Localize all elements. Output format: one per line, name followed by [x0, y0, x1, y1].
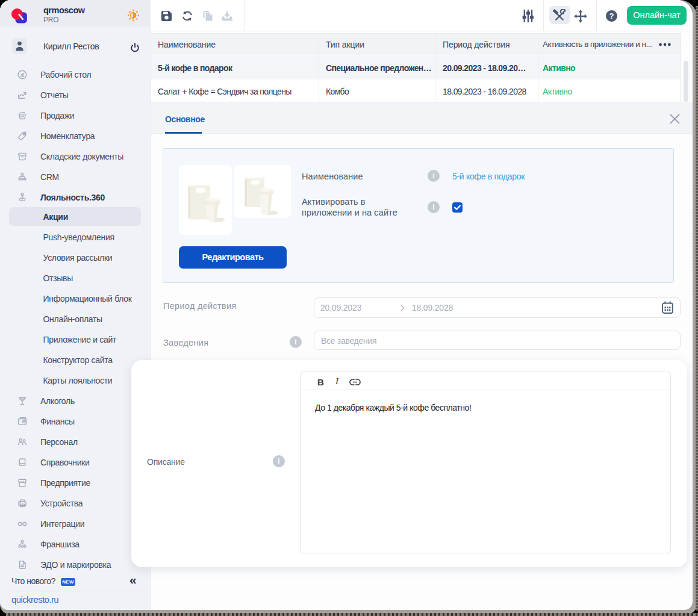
- svg-text:?: ?: [609, 11, 614, 20]
